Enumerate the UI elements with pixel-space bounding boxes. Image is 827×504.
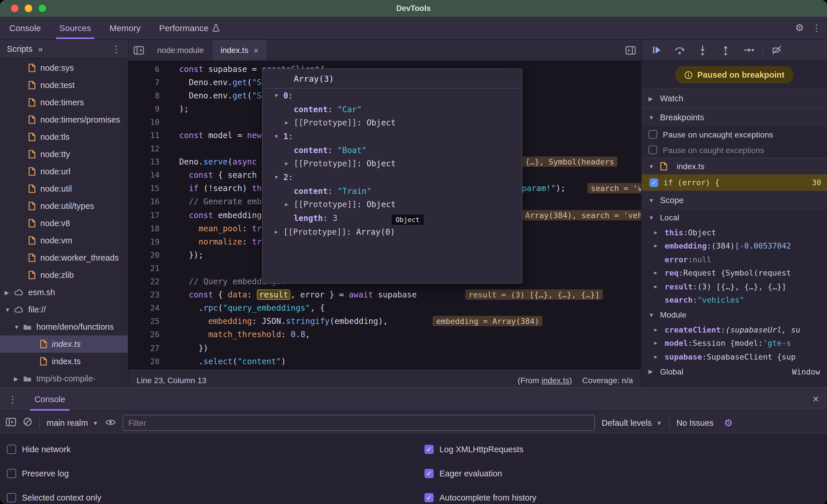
scope-variable-row[interactable]: ▶supabase: SupabaseClient {sup — [641, 350, 827, 363]
checkbox[interactable] — [425, 445, 434, 454]
chevron-right-icon[interactable]: ▶ — [654, 284, 665, 289]
popup-property-row[interactable]: ▶[[Prototype]]: Object — [262, 157, 522, 170]
tree-item-index-ts[interactable]: index.ts — [0, 335, 128, 353]
tree-item-node-zlib[interactable]: node:zlib — [0, 266, 128, 284]
chevron-down-icon[interactable]: ▼ — [275, 93, 283, 98]
line-number[interactable]: 15 — [129, 184, 167, 193]
chevron-right-icon[interactable]: ▶ — [654, 327, 665, 333]
line-number[interactable]: 26 — [129, 330, 167, 339]
line-number[interactable]: 9 — [129, 104, 167, 113]
checkbox[interactable] — [425, 493, 434, 502]
breakpoint-checkbox[interactable] — [650, 178, 658, 187]
line-number[interactable]: 8 — [129, 91, 167, 100]
main-tab-console[interactable]: Console — [0, 17, 50, 39]
line-number[interactable]: 27 — [129, 343, 167, 352]
scope-group-local[interactable]: ▼Local — [641, 210, 827, 226]
popup-property-row[interactable]: ▼0: — [262, 89, 522, 102]
tree-item-file-[interactable]: ▼file:// — [0, 301, 128, 318]
close-window-button[interactable] — [11, 5, 18, 12]
checkbox[interactable] — [425, 469, 434, 478]
toggle-navigator-icon[interactable] — [129, 40, 149, 60]
tree-item-node-vm[interactable]: node:vm — [0, 232, 128, 249]
popup-property-row[interactable]: content: "Train" — [262, 184, 522, 198]
sourcemap-file-link[interactable]: index.ts — [541, 376, 569, 385]
console-setting-selected-context-only[interactable]: Selected context only — [7, 486, 425, 504]
scope-variable-row[interactable]: ▶createClient: (supabaseUrl, su — [641, 323, 827, 336]
chevron-down-icon[interactable]: ▼ — [14, 324, 23, 330]
chevron-right-icon[interactable]: ▶ — [285, 161, 294, 167]
checkbox[interactable] — [7, 445, 16, 454]
live-expression-eye-icon[interactable] — [105, 418, 115, 428]
line-number[interactable]: 24 — [129, 303, 167, 313]
tree-item-node-tty[interactable]: node:tty — [0, 146, 128, 163]
tree-item-node-url[interactable]: node:url — [0, 163, 128, 180]
pause-caught-checkbox[interactable] — [648, 146, 657, 154]
breakpoint-entry[interactable]: if (error) { 30 — [641, 174, 827, 190]
settings-gear-icon[interactable]: ⚙ — [795, 23, 804, 33]
tree-item-node-worker-threads[interactable]: node:worker_threads — [0, 249, 128, 266]
chevron-right-icon[interactable]: ▶ — [654, 243, 665, 249]
console-setting-hide-network[interactable]: Hide network — [7, 437, 425, 461]
line-number[interactable]: 19 — [129, 237, 167, 246]
line-number[interactable]: 11 — [129, 130, 167, 140]
chevron-down-icon[interactable]: ▼ — [5, 306, 14, 313]
navigator-kebab-menu-icon[interactable]: ⋮ — [112, 44, 121, 54]
line-number[interactable]: 6 — [129, 64, 167, 73]
line-number[interactable]: 10 — [129, 117, 167, 126]
line-number[interactable]: 17 — [129, 210, 167, 220]
step-into-icon[interactable] — [691, 40, 714, 60]
chevron-down-icon[interactable]: ▼ — [275, 133, 283, 139]
tree-item-node-sys[interactable]: node:sys — [0, 59, 128, 76]
watch-section-header[interactable]: ▶ Watch — [641, 89, 827, 108]
line-number[interactable]: 28 — [129, 356, 167, 366]
console-sidebar-icon[interactable] — [6, 417, 16, 428]
tree-item-esm-sh[interactable]: ▶esm.sh — [0, 284, 128, 301]
checkbox[interactable] — [7, 469, 16, 478]
chevron-right-icon[interactable]: ▶ — [654, 354, 665, 359]
zoom-window-button[interactable] — [39, 5, 46, 12]
tree-item-home-deno-functions[interactable]: ▼home/deno/functions — [0, 318, 128, 335]
navigator-tab-scripts[interactable]: Scripts — [7, 44, 33, 54]
line-number[interactable]: 12 — [129, 144, 167, 153]
pause-caught-exceptions-row[interactable]: Pause on caught exceptions — [641, 142, 827, 158]
drawer-kebab-menu-icon[interactable]: ⋮ — [8, 394, 17, 405]
line-number[interactable]: 7 — [129, 77, 167, 87]
tree-item-node-v8[interactable]: node:v8 — [0, 215, 128, 232]
scope-variable-row[interactable]: error: null — [641, 253, 827, 266]
popup-property-row[interactable]: ▶[[Prototype]]: Array(0) — [262, 225, 522, 238]
console-setting-eager-evaluation[interactable]: Eager evaluation — [425, 461, 536, 486]
toggle-debugger-sidebar-icon[interactable] — [620, 40, 641, 60]
editor-tab-index-ts[interactable]: index.ts× — [212, 40, 267, 60]
line-number[interactable]: 14 — [129, 171, 167, 180]
close-drawer-icon[interactable]: × — [813, 393, 819, 406]
chevron-right-icon[interactable]: ▶ — [5, 289, 14, 295]
chevron-right-icon[interactable]: ▶ — [285, 202, 294, 208]
scope-variable-row[interactable]: search: "vehicles" — [641, 293, 827, 306]
popup-property-row[interactable]: ▶[[Prototype]]: Object — [262, 198, 522, 211]
chevron-right-icon[interactable]: ▶ — [275, 229, 283, 234]
pause-uncaught-exceptions-row[interactable]: Pause on uncaught exceptions — [641, 126, 827, 142]
scope-variable-row[interactable]: ▶embedding: (384) [-0.00537042 — [641, 239, 827, 253]
tree-item-index-ts[interactable]: index.ts — [0, 353, 128, 370]
tree-item-node-test[interactable]: node:test — [0, 76, 128, 94]
tree-item-node-util-types[interactable]: node:util/types — [0, 198, 128, 215]
resume-icon[interactable] — [645, 40, 668, 60]
popup-property-row[interactable]: content: "Boat" — [262, 143, 522, 157]
scope-variable-row[interactable]: ▶model: Session {model: 'gte-s — [641, 336, 827, 350]
breakpoints-section-header[interactable]: ▼ Breakpoints — [641, 108, 827, 126]
line-number[interactable]: 21 — [129, 264, 167, 273]
deactivate-breakpoints-icon[interactable] — [765, 40, 788, 60]
console-settings-gear-icon[interactable]: ⚙ — [724, 418, 733, 428]
main-tab-sources[interactable]: Sources — [50, 17, 100, 39]
popup-property-row[interactable]: ▼1: — [262, 129, 522, 143]
line-number[interactable]: 18 — [129, 224, 167, 233]
tree-item-tmp-sb-compile-[interactable]: ▶tmp/sb-compile- — [0, 370, 128, 387]
chevron-right-icon[interactable]: ▶ — [14, 376, 23, 382]
tree-item-node-tls[interactable]: node:tls — [0, 128, 128, 146]
more-menu-icon[interactable]: ⋮ — [812, 22, 821, 34]
scope-variable-row[interactable]: ▶this: Object — [641, 226, 827, 239]
scope-section-header[interactable]: ▼ Scope — [641, 190, 827, 210]
minimize-window-button[interactable] — [25, 5, 32, 12]
pause-uncaught-checkbox[interactable] — [648, 130, 657, 138]
clear-console-icon[interactable] — [23, 417, 32, 429]
